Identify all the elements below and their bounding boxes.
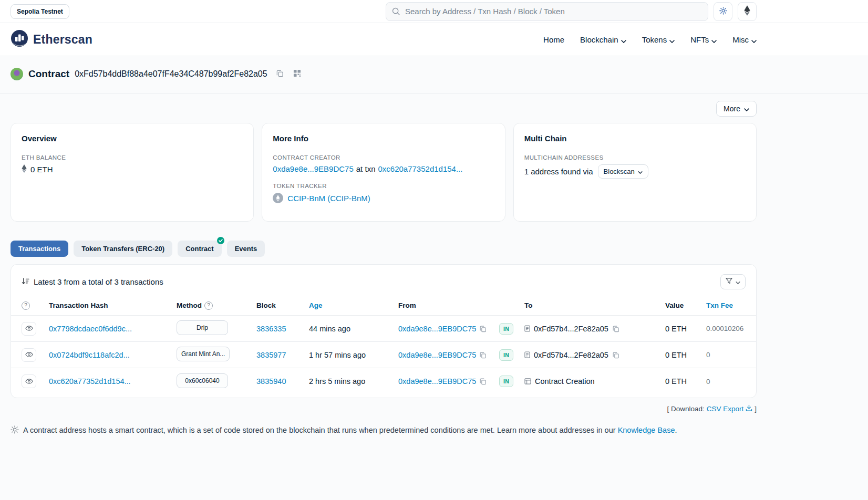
col-block: Block xyxy=(256,301,309,309)
search-icon xyxy=(391,7,400,18)
eye-preview-button[interactable] xyxy=(22,348,36,362)
txn-hash-link[interactable]: 0x0724bdf9c118afc2d... xyxy=(49,351,130,359)
contract-address: 0xFd57b4ddBf88a4e07fF4e34C487b99af2Fe82a… xyxy=(75,69,267,79)
funnel-icon xyxy=(726,278,732,286)
more-info-card: More Info CONTRACT CREATOR 0xda9e8e...9E… xyxy=(262,123,505,222)
table-header-row: Transaction Hash Method Block Age From T… xyxy=(11,296,756,316)
contract-header: Contract 0xFd57b4ddBf88a4e07fF4e34C487b9… xyxy=(0,56,868,93)
contract-doc-icon xyxy=(524,325,530,332)
creator-connector: at txn xyxy=(356,164,376,173)
chevron-down-icon xyxy=(751,36,757,45)
network-switch-button[interactable] xyxy=(738,2,757,21)
tab-contract[interactable]: Contract xyxy=(178,241,221,257)
knowledge-base-link[interactable]: Knowledge Base xyxy=(618,426,675,434)
col-method: Method xyxy=(177,301,256,310)
eye-icon xyxy=(25,325,33,332)
help-icon[interactable] xyxy=(204,301,213,310)
age-text: 1 hr 57 mins ago xyxy=(309,351,366,359)
token-icon xyxy=(273,193,283,203)
method-badge[interactable]: 0x60c06040 xyxy=(177,373,228,388)
creation-txn-link[interactable]: 0xc620a77352d1d154... xyxy=(378,164,462,173)
nav-nfts[interactable]: NFTs xyxy=(690,35,717,45)
qr-code-button[interactable] xyxy=(292,68,302,80)
nav-label: Misc xyxy=(732,35,749,44)
eth-balance-value: 0 ETH xyxy=(30,165,53,174)
search-input[interactable] xyxy=(386,2,708,21)
txn-hash-link[interactable]: 0x7798dcdaec0f6dd9c... xyxy=(49,325,132,333)
footnote-suffix: . xyxy=(675,426,677,434)
col-txn-fee[interactable]: Txn Fee xyxy=(706,301,746,309)
creator-address-link[interactable]: 0xda9e8e...9EB9DC75 xyxy=(273,164,353,173)
site-header: Etherscan Home Blockchain Tokens NFTs Mi… xyxy=(0,23,868,56)
nav-home[interactable]: Home xyxy=(543,35,564,44)
block-link[interactable]: 3836335 xyxy=(256,325,286,333)
eth-glyph-icon xyxy=(22,164,27,174)
nav-tokens[interactable]: Tokens xyxy=(642,35,675,45)
col-transaction-hash: Transaction Hash xyxy=(49,301,177,309)
contract-creation-icon xyxy=(524,378,531,384)
from-address-link[interactable]: 0xda9e8e...9EB9DC75 xyxy=(398,351,476,359)
from-address-link[interactable]: 0xda9e8e...9EB9DC75 xyxy=(398,325,476,333)
chevron-down-icon xyxy=(711,36,717,45)
age-text: 44 mins ago xyxy=(309,325,350,333)
more-button[interactable]: More xyxy=(716,101,757,117)
overview-card: Overview ETH BALANCE 0 ETH xyxy=(11,123,254,222)
copy-icon[interactable] xyxy=(612,325,619,332)
copy-icon[interactable] xyxy=(479,351,487,359)
nav-misc[interactable]: Misc xyxy=(732,35,757,45)
etherscan-logo-icon xyxy=(11,29,28,49)
theme-toggle-button[interactable] xyxy=(714,2,732,21)
portal-label: Blockscan xyxy=(604,168,635,175)
nav-label: NFTs xyxy=(690,35,709,44)
col-from: From xyxy=(398,301,499,309)
col-age[interactable]: Age xyxy=(309,301,398,309)
col-to: To xyxy=(524,301,665,309)
filter-button[interactable] xyxy=(720,274,746,289)
copy-icon[interactable] xyxy=(479,378,487,385)
block-link[interactable]: 3835977 xyxy=(256,351,286,359)
network-badge[interactable]: Sepolia Testnet xyxy=(11,4,69,19)
chevron-down-icon xyxy=(736,278,740,286)
tip-icon xyxy=(11,425,19,435)
value-text: 0 ETH xyxy=(665,377,706,386)
more-label: More xyxy=(724,105,740,113)
method-badge[interactable]: Grant Mint An... xyxy=(177,347,230,361)
eth-balance-label: ETH BALANCE xyxy=(22,154,243,161)
transactions-panel: Latest 3 from a total of 3 transactions … xyxy=(11,264,757,398)
txn-hash-link[interactable]: 0xc620a77352d1d154... xyxy=(49,377,131,386)
token-tracker-link[interactable]: CCIP-BnM (CCIP-BnM) xyxy=(287,194,370,203)
blockscan-dropdown[interactable]: Blockscan xyxy=(598,164,648,179)
copy-icon[interactable] xyxy=(612,351,619,359)
block-link[interactable]: 3835940 xyxy=(256,377,286,386)
col-value: Value xyxy=(665,301,706,309)
value-text: 0 ETH xyxy=(665,325,706,333)
page-title: Contract xyxy=(28,68,69,80)
txn-fee-text: 0 xyxy=(706,351,746,359)
eye-preview-button[interactable] xyxy=(22,374,36,388)
csv-export-link[interactable]: CSV Export xyxy=(707,404,753,413)
nav-label: Tokens xyxy=(642,35,667,44)
copy-address-button[interactable] xyxy=(275,68,285,80)
top-bar: Sepolia Testnet xyxy=(0,0,868,23)
copy-icon[interactable] xyxy=(479,325,487,332)
txn-fee-text: 0 xyxy=(706,378,746,386)
eye-preview-button[interactable] xyxy=(22,322,36,336)
nav-label: Blockchain xyxy=(580,35,618,44)
method-badge[interactable]: Drip xyxy=(177,320,228,335)
tab-transactions[interactable]: Transactions xyxy=(11,241,68,257)
etherscan-logo[interactable]: Etherscan xyxy=(11,29,92,49)
help-icon[interactable] xyxy=(22,301,30,310)
card-title: More Info xyxy=(273,134,494,143)
eye-icon xyxy=(25,378,33,386)
token-tracker-label: TOKEN TRACKER xyxy=(273,183,494,189)
card-title: Multi Chain xyxy=(524,134,746,143)
from-address-link[interactable]: 0xda9e8e...9EB9DC75 xyxy=(398,377,476,386)
chevron-down-icon xyxy=(638,168,643,175)
tab-events[interactable]: Events xyxy=(227,241,265,257)
nav-blockchain[interactable]: Blockchain xyxy=(580,35,626,45)
to-address: Contract Creation xyxy=(535,377,595,386)
contract-creator-label: CONTRACT CREATOR xyxy=(273,154,494,161)
tab-token-transfers[interactable]: Token Transfers (ERC-20) xyxy=(74,241,172,257)
multichain-found-text: 1 address found via xyxy=(524,167,593,176)
multi-chain-card: Multi Chain MULTICHAIN ADDRESSES 1 addre… xyxy=(513,123,757,222)
